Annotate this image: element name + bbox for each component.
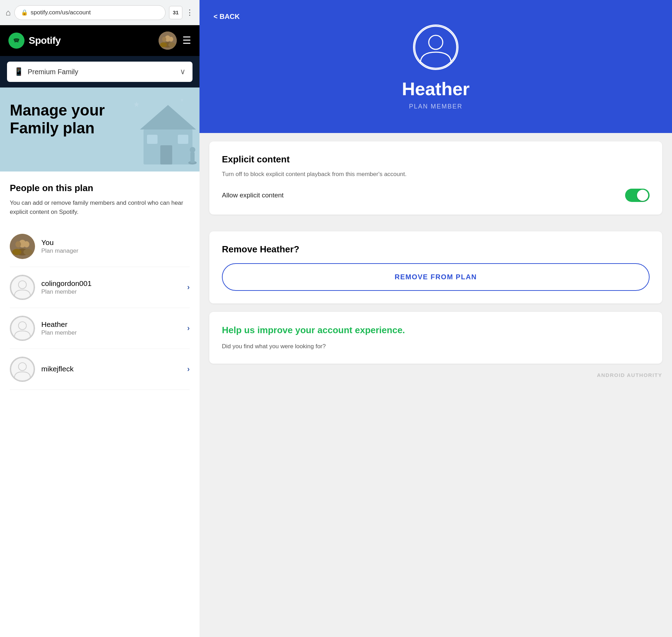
- svg-point-7: [168, 42, 175, 47]
- avatar-image: [159, 31, 177, 50]
- svg-point-29: [415, 26, 457, 68]
- svg-point-21: [12, 249, 21, 255]
- more-icon[interactable]: ⋮: [186, 8, 194, 17]
- member-info-you: You Plan manager: [41, 238, 190, 254]
- plan-selector: 📱 Premium Family ∨: [0, 56, 200, 88]
- member-info-mike: mikejfleck: [41, 365, 181, 374]
- member-item-you[interactable]: You Plan manager: [10, 226, 190, 267]
- svg-point-4: [169, 37, 173, 42]
- remove-section-title: Remove Heather?: [222, 244, 650, 255]
- explicit-content-card: Explicit content Turn off to block expli…: [209, 141, 662, 215]
- svg-point-0: [12, 36, 21, 45]
- explicit-content-desc: Turn off to block explicit content playb…: [222, 170, 650, 179]
- member-info-colin: colingordon001 Plan member: [41, 279, 181, 295]
- toggle-knob: [637, 190, 648, 201]
- member-item-heather[interactable]: Heather Plan member ›: [10, 308, 190, 349]
- svg-marker-9: [140, 105, 196, 130]
- member-list: You Plan manager colingordon001 Plan mem…: [10, 226, 190, 390]
- member-name-mike: mikejfleck: [41, 365, 181, 373]
- remove-section-card: Remove Heather? REMOVE FROM PLAN: [209, 231, 662, 303]
- help-desc: Did you find what you were looking for?: [222, 342, 650, 351]
- url-text: spotify.com/us/account: [31, 9, 91, 16]
- svg-point-30: [429, 35, 443, 49]
- member-item-colin[interactable]: colingordon001 Plan member ›: [10, 267, 190, 308]
- hero-illustration: [122, 94, 200, 164]
- address-bar[interactable]: 🔒 spotify.com/us/account: [14, 5, 166, 20]
- svg-rect-12: [178, 135, 188, 144]
- people-title: People on this plan: [10, 183, 190, 194]
- back-button[interactable]: < BACK: [214, 13, 240, 21]
- member-avatar-mike: [10, 357, 35, 382]
- svg-point-26: [19, 322, 27, 330]
- member-info-heather: Heather Plan member: [41, 320, 181, 336]
- people-desc: You can add or remove family members and…: [10, 198, 190, 216]
- help-title: Help us improve your account experience.: [222, 324, 650, 336]
- explicit-content-toggle[interactable]: [625, 189, 650, 202]
- profile-role: PLAN MEMBER: [409, 103, 462, 110]
- help-card: Help us improve your account experience.…: [209, 312, 662, 364]
- svg-point-15: [190, 147, 195, 153]
- spotify-logo-text: Spotify: [29, 35, 61, 46]
- member-chevron-colin[interactable]: ›: [187, 283, 190, 292]
- member-role-you: Plan manager: [41, 247, 190, 254]
- people-section: People on this plan You can add or remov…: [0, 172, 200, 637]
- lock-icon: 🔒: [21, 9, 28, 16]
- svg-point-28: [19, 363, 27, 371]
- explicit-content-title: Explicit content: [222, 154, 650, 165]
- svg-point-6: [160, 42, 167, 47]
- hamburger-menu[interactable]: ☰: [182, 36, 191, 46]
- browser-chrome: ⌂ 🔒 spotify.com/us/account 31 ⋮: [0, 0, 200, 25]
- member-role-heather: Plan member: [41, 329, 181, 336]
- member-avatar-colin: [10, 275, 35, 300]
- member-chevron-heather[interactable]: ›: [187, 324, 190, 333]
- member-avatar-you: [10, 234, 35, 259]
- profile-avatar-large: [413, 24, 458, 70]
- member-name-colin: colingordon001: [41, 279, 181, 288]
- watermark: Android Authority: [209, 372, 662, 378]
- member-role-colin: Plan member: [41, 288, 181, 295]
- member-name-you: You: [41, 238, 190, 247]
- remove-from-plan-button[interactable]: REMOVE FROM PLAN: [222, 263, 650, 291]
- spotify-icon: [8, 33, 24, 49]
- member-name-heather: Heather: [41, 320, 181, 329]
- home-icon[interactable]: ⌂: [6, 8, 11, 18]
- plan-icon: 📱: [14, 67, 23, 76]
- profile-header: < BACK Heather PLAN MEMBER: [200, 0, 672, 133]
- left-panel: ⌂ 🔒 spotify.com/us/account 31 ⋮ Spotify: [0, 0, 200, 637]
- user-avatar[interactable]: [159, 31, 177, 50]
- calendar-badge[interactable]: 31: [169, 6, 182, 19]
- hero-title: Manage your Family plan: [10, 102, 108, 137]
- svg-rect-10: [160, 145, 172, 164]
- svg-rect-14: [190, 152, 195, 163]
- plan-name: Premium Family: [28, 68, 176, 76]
- svg-point-3: [162, 37, 166, 42]
- profile-name: Heather: [402, 78, 470, 99]
- member-chevron-mike[interactable]: ›: [187, 365, 190, 374]
- toggle-row: Allow explicit content: [222, 189, 650, 202]
- toggle-label: Allow explicit content: [222, 191, 284, 199]
- hero-section: Manage your Family plan: [0, 88, 200, 172]
- spotify-header: Spotify ☰: [0, 25, 200, 56]
- member-avatar-heather: [10, 316, 35, 341]
- plan-dropdown[interactable]: 📱 Premium Family ∨: [7, 62, 192, 82]
- svg-point-19: [24, 241, 29, 247]
- spotify-logo[interactable]: Spotify: [8, 33, 61, 49]
- spotify-header-right: ☰: [159, 31, 191, 50]
- right-panel: < BACK Heather PLAN MEMBER Explicit cont…: [200, 0, 672, 637]
- member-item-mike[interactable]: mikejfleck ›: [10, 349, 190, 390]
- svg-point-24: [19, 281, 27, 289]
- remove-btn-label: REMOVE FROM PLAN: [394, 273, 477, 281]
- svg-point-18: [15, 241, 21, 247]
- chevron-down-icon: ∨: [180, 67, 186, 76]
- svg-rect-11: [147, 135, 158, 144]
- svg-point-22: [23, 249, 33, 255]
